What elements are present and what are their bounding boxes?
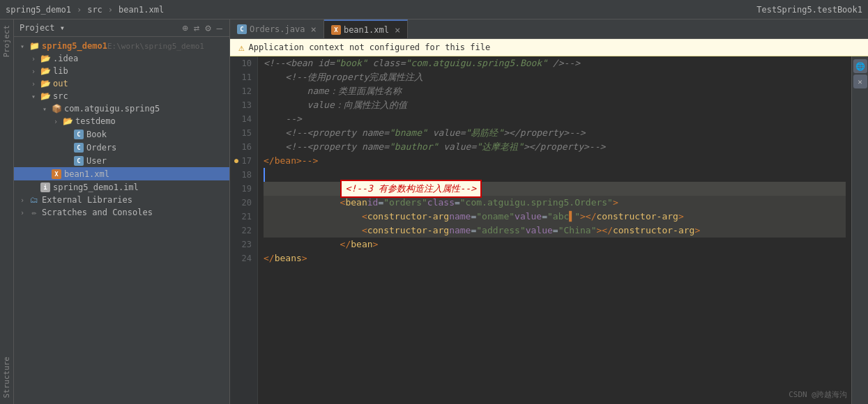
tab-icon-orders: C — [237, 24, 247, 34]
title-right-file: TestSpring5.testBook1 — [756, 5, 862, 15]
ln-24: 24 — [236, 251, 252, 265]
code-line-19: <!--3 有参数构造注入属性--> — [264, 182, 846, 196]
code-content[interactable]: <!--<bean id="book" class="com.atguigu.s… — [258, 56, 851, 404]
tree-item-lib[interactable]: › 📂 lib — [14, 65, 229, 77]
chrome-icon[interactable]: 🌐 — [853, 59, 867, 73]
sidebar-title: Project ▾ — [20, 23, 65, 33]
tree-label-root: spring5_demo1 — [42, 41, 107, 51]
sidebar-actions: ⊕ ⇄ ⚙ — — [181, 22, 224, 33]
code-line-16: <!--<property name="bauthor" value="达摩老祖… — [264, 140, 846, 154]
tab-bar: C Orders.java × X bean1.xml × — [230, 20, 868, 39]
tree-item-bean1xml[interactable]: › X bean1.xml — [14, 167, 229, 180]
project-tree: ▾ 📁 spring5_demo1 E:\work\spring5_demo1 … — [14, 37, 229, 404]
sidebar-action-close[interactable]: — — [215, 22, 224, 33]
code-line-11: <!--使用property完成属性注入 — [264, 70, 846, 84]
ln-13: 13 — [236, 98, 252, 112]
ln-12: 12 — [236, 84, 252, 98]
csdn-watermark: CSDN @跨越海沟 — [789, 389, 847, 400]
warning-message: Application context not configured for t… — [248, 42, 490, 52]
ln-14: 14 — [236, 112, 252, 126]
sidebar-action-sync[interactable]: ⇄ — [192, 22, 201, 33]
tree-item-book[interactable]: › C Book — [14, 127, 229, 141]
code-area[interactable]: 10 11 12 13 14 15 16 17 ● 18 19 20 21 22… — [230, 56, 868, 404]
tab-label-orders: Orders.java — [250, 24, 305, 34]
ln-22: 22 — [236, 224, 252, 238]
code-line-13: value：向属性注入的值 — [264, 98, 846, 112]
tree-arrow-out: › — [28, 80, 39, 88]
tree-arrow-extlib: › — [17, 196, 28, 204]
title-bar: spring5_demo1 › src › bean1.xml TestSpri… — [0, 0, 868, 20]
gutter-icon-17: ● — [234, 154, 238, 168]
folder-icon-root: 📁 — [28, 41, 40, 51]
title-sep2: › — [108, 5, 113, 15]
tree-label-bean1xml: bean1.xml — [64, 169, 109, 179]
title-project: spring5_demo1 — [6, 5, 71, 15]
scratch-icon: ✏ — [28, 208, 40, 217]
tree-item-out[interactable]: › 📂 out — [14, 77, 229, 90]
tree-label-src: src — [53, 91, 68, 101]
close-side-icon[interactable]: ✕ — [853, 75, 867, 88]
tree-item-idea[interactable]: › 📂 .idea — [14, 52, 229, 65]
ext-icon: 🗂 — [28, 195, 40, 205]
tree-item-orders[interactable]: › C Orders — [14, 141, 229, 154]
ln-21: 21 — [236, 210, 252, 224]
tree-arrow-package: ▾ — [39, 105, 50, 113]
tab-bean1xml[interactable]: X bean1.xml × — [324, 20, 408, 38]
tree-label-book: Book — [86, 130, 107, 139]
ln-23: 23 — [236, 238, 252, 251]
tree-label-package: com.atguigu.spring5 — [64, 104, 160, 114]
tree-item-package[interactable]: ▾ 📦 com.atguigu.spring5 — [14, 102, 229, 115]
folder-icon-src: 📂 — [39, 91, 52, 101]
xml-icon-bean1: X — [50, 169, 63, 179]
folder-icon-idea: 📂 — [39, 54, 52, 63]
folder-icon-out: 📂 — [39, 79, 52, 88]
ln-16: 16 — [236, 140, 252, 154]
ln-15: 15 — [236, 126, 252, 140]
package-icon: 📦 — [50, 104, 63, 114]
tree-item-src[interactable]: ▾ 📂 src — [14, 90, 229, 102]
tree-item-user[interactable]: › C User — [14, 154, 229, 167]
title-file: bean1.xml — [119, 5, 164, 15]
sidebar-header: Project ▾ ⊕ ⇄ ⚙ — — [14, 20, 229, 37]
title-src: src — [87, 5, 102, 15]
tree-item-iml[interactable]: › i spring5_demo1.iml — [14, 180, 229, 194]
iml-icon: i — [39, 182, 52, 192]
warning-icon: ⚠ — [238, 42, 244, 53]
java-icon-user: C — [73, 155, 85, 166]
java-icon-orders: C — [73, 142, 85, 153]
ln-10: 10 — [236, 56, 252, 70]
tree-item-extlib[interactable]: › 🗂 External Libraries — [14, 194, 229, 206]
tree-label-scratches: Scratches and Consoles — [42, 208, 153, 217]
warning-bar: ⚠ Application context not configured for… — [230, 39, 868, 56]
sidebar-action-settings[interactable]: ⚙ — [204, 22, 212, 33]
tree-arrow-lib: › — [28, 68, 39, 75]
ln-17: 17 ● — [236, 154, 252, 168]
tree-label-idea: .idea — [53, 54, 78, 63]
title-sep1: › — [77, 5, 82, 15]
tree-path-root: E:\work\spring5_demo1 — [107, 42, 204, 51]
tab-icon-bean1: X — [331, 25, 341, 35]
tree-label-orders: Orders — [86, 143, 116, 153]
code-line-15: <!--<property name="bname" value="易筋经"><… — [264, 126, 846, 140]
tree-item-testdemo[interactable]: › 📂 testdemo — [14, 115, 229, 127]
vtab-project[interactable]: Project — [1, 20, 13, 63]
tab-label-bean1: bean1.xml — [344, 25, 389, 35]
editor-wrapper: C Orders.java × X bean1.xml × ⚠ Applicat… — [230, 20, 868, 404]
folder-icon-lib: 📂 — [39, 66, 52, 76]
ln-18: 18 — [236, 168, 252, 182]
vtab-structure[interactable]: Structure — [1, 351, 13, 404]
tree-item-root[interactable]: ▾ 📁 spring5_demo1 E:\work\spring5_demo1 — [14, 40, 229, 52]
line-numbers: 10 11 12 13 14 15 16 17 ● 18 19 20 21 22… — [230, 56, 258, 404]
ln-11: 11 — [236, 70, 252, 84]
code-line-12: name：类里面属性名称 — [264, 84, 846, 98]
tab-close-orders[interactable]: × — [310, 24, 316, 35]
vertical-tabs-left: Project Structure — [0, 20, 14, 404]
sidebar-action-add[interactable]: ⊕ — [181, 22, 189, 33]
tree-item-scratches[interactable]: › ✏ Scratches and Consoles — [14, 206, 229, 219]
code-line-10: <!--<bean id="book" class="com.atguigu.s… — [264, 56, 846, 70]
tree-arrow-src: ▾ — [28, 93, 39, 100]
tab-close-bean1[interactable]: × — [395, 24, 400, 36]
tree-label-testdemo: testdemo — [75, 116, 116, 126]
tab-orders-java[interactable]: C Orders.java × — [230, 20, 324, 38]
java-icon-book: C — [73, 129, 85, 139]
